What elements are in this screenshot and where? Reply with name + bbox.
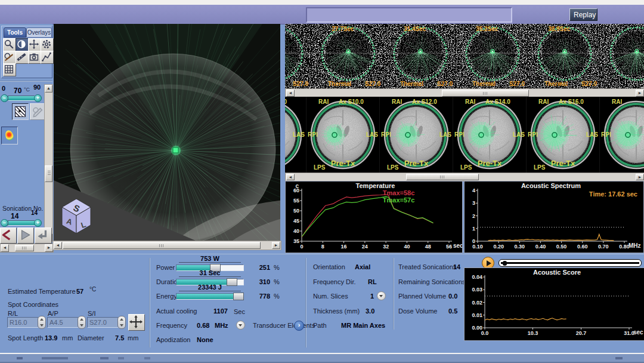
estimated-temperature-unit: °C [89, 286, 96, 293]
rl-spinner[interactable] [38, 316, 46, 329]
tool-zoom-button[interactable] [3, 38, 16, 51]
scrollbar-thumb[interactable] [15, 245, 34, 251]
temp-scale-slider[interactable] [8, 96, 35, 101]
scrollbar-thumb[interactable] [45, 165, 52, 182]
previous-sonication-button[interactable] [0, 227, 17, 244]
scroll-right-arrow[interactable]: ► [636, 90, 644, 97]
tab-tools[interactable]: Tools [4, 27, 26, 38]
spot-coordinates-label: Spot Coordinates [8, 301, 58, 308]
mri-strip-scrollbar[interactable]: ◄ ► [285, 173, 644, 182]
scroll-left-arrow[interactable]: ◄ [286, 90, 295, 97]
svg-text:40: 40 [404, 244, 410, 250]
ap-spinner[interactable] [78, 316, 86, 329]
tool-eraser-button[interactable] [3, 51, 16, 64]
orientation-code-label: RAI [465, 99, 475, 105]
thermal-image-frame[interactable] [600, 24, 644, 88]
timeline-handle[interactable] [503, 261, 507, 266]
thermal-image-frame[interactable]: 27.7Sec Thermal S27.0 [311, 24, 383, 88]
sidebar-horizontal-scrollbar[interactable]: ◄ ► [0, 244, 54, 253]
mri-slice-frame[interactable]: RAI Ax S16.0 RPI LAS LPS Pre-Tx [527, 97, 599, 173]
sonication-no-value: 14 [11, 212, 18, 220]
mrgfus-treatment-screen: Replay Tools Overlays [0, 0, 644, 363]
scrollbar-thumb[interactable] [406, 174, 479, 180]
orientation-code-label: RAI [318, 99, 329, 105]
ap-coordinate-input[interactable]: A4.5 [47, 317, 79, 328]
temp-scale-min: 0 [2, 85, 5, 92]
tool-ruler-button[interactable] [16, 51, 29, 64]
energy-slider[interactable] [176, 293, 244, 300]
thermal-image-frame[interactable]: S27.0 [285, 24, 311, 88]
si-spinner[interactable] [117, 316, 126, 329]
mri-slice-frame[interactable]: RAI Ax S8.0 RPI LAS LPS Pre-Tx [285, 97, 306, 173]
tool-grid-button[interactable] [3, 63, 16, 76]
frequency-dropdown-button[interactable] [236, 321, 245, 330]
orientation-cube[interactable]: S A L [60, 198, 93, 235]
right-orientation-label: LAS [513, 131, 525, 138]
tool-polyline-button[interactable] [41, 51, 54, 64]
tab-overlays[interactable]: Overlays [26, 27, 52, 38]
move-spot-button[interactable] [128, 314, 145, 331]
message-field[interactable] [306, 7, 512, 23]
3d-treatment-view[interactable]: S A L [54, 24, 280, 241]
scroll-right-arrow[interactable]: ► [45, 244, 53, 252]
thermal-image-frame[interactable]: 35.2Sec Thermal S27.0 [456, 24, 527, 88]
thickness-label: Thickness (mm) [313, 307, 360, 315]
left-orientation-label: RPI [528, 131, 538, 138]
energy-slider-thumb[interactable] [233, 293, 244, 300]
scroll-right-arrow[interactable]: ► [272, 242, 280, 249]
mri-slice-frame[interactable]: RAI RPI [600, 97, 644, 173]
mri-slice-frame[interactable]: RAI Ax S10.0 RPI LAS LPS Pre-Tx [306, 97, 379, 173]
svg-text:0.70: 0.70 [598, 244, 609, 250]
scroll-right-arrow[interactable]: ► [636, 174, 644, 180]
num-slices-value: 1 [370, 293, 374, 300]
sonication-increment-button[interactable]: + [34, 219, 42, 227]
sonication-time-label: 35.2Sec [476, 26, 498, 32]
tool-snapshot-button[interactable] [28, 51, 41, 64]
tool-settings-button[interactable] [41, 38, 54, 51]
temp-scale-increment-button[interactable]: + [34, 94, 42, 102]
svg-text:sec: sec [453, 242, 462, 249]
treated-sonications-value: 14 [453, 263, 460, 270]
svg-text:0.01: 0.01 [472, 312, 482, 318]
si-coordinate-input[interactable]: S27.0 [87, 317, 119, 328]
energy-value: 23343 [198, 284, 216, 291]
temperature-chart-panel: 08162432404856354045505560Temperaturecse… [285, 181, 463, 253]
tool-contrast-button[interactable] [16, 38, 29, 51]
rl-coordinate-input[interactable]: R16.0 [7, 317, 39, 328]
mri-slice-frame[interactable]: RAI Ax S14.0 RPI LAS LPS Pre-Tx [453, 97, 526, 173]
thermal-image-frame[interactable]: 31.4Sec Thermal S27.0 [383, 24, 455, 88]
scroll-left-arrow[interactable]: ◄ [54, 242, 62, 249]
thermal-label: Thermal [400, 81, 423, 87]
sonication-slider[interactable] [8, 220, 35, 226]
svg-text:Acoustic Spectrum: Acoustic Spectrum [521, 182, 581, 189]
num-slices-dropdown-button[interactable] [377, 291, 386, 300]
thickness-value: 3.0 [366, 307, 374, 315]
pre-tx-label: Pre-Tx [453, 159, 526, 168]
actual-cooling-value: 1107 [213, 307, 228, 315]
return-arrow-icon [35, 228, 49, 242]
tool-pan-button[interactable] [28, 38, 41, 51]
power-unit: W [213, 255, 219, 262]
scroll-up-arrow[interactable]: ▲ [45, 85, 52, 93]
transducer-elements-button[interactable]: › [294, 321, 304, 331]
thermal-image-frame[interactable]: 38.9Sec Thermal S27.0 [528, 24, 599, 88]
planned-volume-value: 0.0 [448, 293, 457, 300]
scroll-left-arrow[interactable]: ◄ [286, 174, 295, 180]
replay-button[interactable]: Replay [569, 8, 597, 21]
svg-text:24: 24 [362, 244, 368, 250]
svg-text:0.03: 0.03 [472, 287, 482, 293]
scrollbar-thumb[interactable] [442, 90, 529, 97]
svg-text:45: 45 [293, 218, 299, 224]
3d-view-horizontal-scrollbar[interactable]: ◄ ► [52, 241, 281, 250]
mri-slice-frame[interactable]: RAI Ax S12.0 RPI LAS LPS Pre-Tx [380, 97, 453, 173]
apply-return-button[interactable] [35, 227, 52, 244]
acoustic-spectrum-panel: 0.100.200.300.400.500.600.700.8001234Aco… [464, 181, 644, 253]
replay-timeline-slider[interactable] [499, 259, 642, 267]
thermal-spot-display-button[interactable] [1, 127, 18, 144]
sidebar-vertical-scrollbar[interactable]: ▲ ▼ [44, 84, 53, 242]
thermal-overlay-toggle-button[interactable] [12, 103, 29, 120]
next-sonication-button[interactable] [17, 227, 34, 244]
si-axis-label: S/I [88, 310, 95, 317]
scrollbar-thumb[interactable] [63, 242, 261, 249]
scroll-left-arrow[interactable]: ◄ [1, 244, 9, 252]
